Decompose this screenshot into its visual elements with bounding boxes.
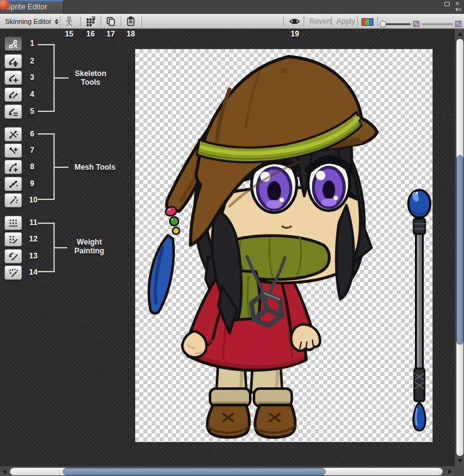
apply-button[interactable]: Apply [333, 16, 359, 27]
tool-create-bone[interactable] [4, 70, 22, 85]
edge-split-icon [8, 179, 19, 190]
tool-auto-geometry[interactable] [4, 127, 22, 141]
character-rig-icon [64, 16, 75, 27]
tool-auto-weights[interactable] [4, 216, 22, 230]
group-label-skeleton-tools: Skeleton Tools [68, 69, 113, 87]
character-rig-button[interactable] [62, 16, 77, 27]
separator [60, 16, 60, 26]
tool-create-edge[interactable] [4, 160, 22, 174]
dots-wand-icon [8, 267, 19, 279]
bracket-mesh-tools [38, 133, 55, 200]
bracket-skeleton-tools [38, 44, 55, 112]
vertical-scroll-track[interactable] [456, 39, 463, 456]
scroll-up-icon[interactable] [458, 32, 463, 36]
bone-reset-icon [8, 38, 19, 50]
copy-icon [105, 16, 116, 27]
callout-15: 15 [62, 30, 77, 38]
separator [377, 16, 378, 26]
mip-slider-track[interactable] [422, 23, 453, 25]
callout-6: 6 [25, 130, 39, 138]
tool-edit-bone[interactable] [4, 54, 22, 69]
window-menu-icon[interactable]: ▾≡ [455, 6, 461, 13]
zoom-slider-track[interactable] [385, 23, 411, 25]
paste-button[interactable] [123, 16, 138, 27]
horizontal-scroll-thumb[interactable] [63, 468, 326, 475]
callout-19: 19 [287, 30, 302, 38]
callout-5: 5 [25, 107, 39, 116]
tab-sprite-editor[interactable]: Sprite Editor [0, 0, 64, 14]
dropdown-arrows-icon [55, 19, 58, 25]
callout-2: 2 [25, 57, 39, 65]
callout-3: 3 [25, 73, 39, 82]
dot-grid-icon [8, 218, 19, 229]
separator [283, 16, 284, 26]
dots-pencil-icon [8, 234, 19, 245]
tool-split-bone[interactable] [4, 87, 22, 102]
horizontal-scroll-track[interactable] [10, 468, 443, 475]
callout-16: 16 [83, 30, 98, 38]
character-sprite [135, 49, 433, 442]
horizontal-scrollbar[interactable] [0, 466, 455, 476]
bone-split-icon [8, 89, 19, 101]
tool-edit-geometry[interactable] [4, 193, 22, 208]
mode-dropdown-label: Skinning Editor [5, 18, 52, 25]
separator [331, 16, 332, 26]
tool-bone-depth[interactable] [4, 104, 22, 119]
scroll-right-icon[interactable] [448, 469, 452, 474]
group-label-mesh-tools: Mesh Tools [67, 163, 123, 172]
bracket-connector [55, 77, 69, 79]
separator [101, 16, 101, 26]
bone-brush-icon [8, 251, 19, 262]
editor-viewport[interactable]: 15 16 17 18 19 1 2 [0, 29, 455, 466]
vertical-scroll-thumb[interactable] [456, 155, 463, 345]
sprite-sheet-icon [85, 16, 96, 27]
bracket-weight-painting [38, 223, 55, 272]
sprite-sheet-button[interactable] [83, 16, 98, 27]
texture-mip-icon [455, 21, 461, 27]
title-bar: Sprite Editor ✕ ▾≡ [0, 0, 464, 14]
sprite-canvas[interactable] [135, 49, 433, 442]
separator [121, 16, 121, 26]
separator [304, 16, 304, 26]
callout-1: 1 [25, 39, 39, 48]
tool-weight-slider[interactable] [4, 232, 22, 246]
callout-9: 9 [25, 179, 39, 188]
bone-plus-icon [8, 72, 19, 84]
mode-dropdown[interactable]: Skinning Editor [3, 16, 61, 27]
vertex-plus-icon [8, 145, 19, 157]
tool-split-edge[interactable] [4, 177, 22, 191]
group-label-weight-painting: Weight Painting [65, 238, 113, 255]
callout-17: 17 [103, 30, 118, 38]
separator [141, 16, 142, 26]
separator [80, 16, 81, 26]
toolbar: Skinning Editor Revert [0, 14, 464, 29]
bone-move-icon [8, 56, 19, 67]
tool-create-vertex[interactable] [4, 143, 22, 158]
crossed-bones-icon [8, 129, 19, 140]
maximize-icon[interactable] [445, 2, 450, 6]
scroll-left-icon[interactable] [3, 469, 6, 474]
callout-8: 8 [25, 162, 39, 171]
tool-preview-pose[interactable] [4, 36, 22, 51]
scroll-down-icon[interactable] [458, 459, 463, 463]
edge-plus-icon [8, 162, 19, 173]
tool-weight-brush[interactable] [4, 249, 22, 263]
window-title: Sprite Editor [6, 3, 47, 11]
bone-order-icon [8, 106, 19, 118]
separator [357, 16, 358, 26]
color-channels-button[interactable] [362, 18, 373, 26]
visibility-eye-icon [289, 16, 301, 27]
texture-mip-icon [413, 21, 419, 27]
vertical-scrollbar[interactable] [455, 29, 464, 466]
visibility-button[interactable] [287, 16, 302, 27]
callout-7: 7 [25, 146, 39, 155]
callout-18: 18 [123, 30, 138, 38]
wand-sparkle-icon [8, 195, 19, 206]
copy-button[interactable] [103, 16, 118, 27]
paste-icon [125, 16, 136, 27]
callout-4: 4 [25, 90, 39, 99]
tool-bone-influence[interactable] [4, 265, 22, 280]
scrollbar-corner [455, 466, 464, 476]
